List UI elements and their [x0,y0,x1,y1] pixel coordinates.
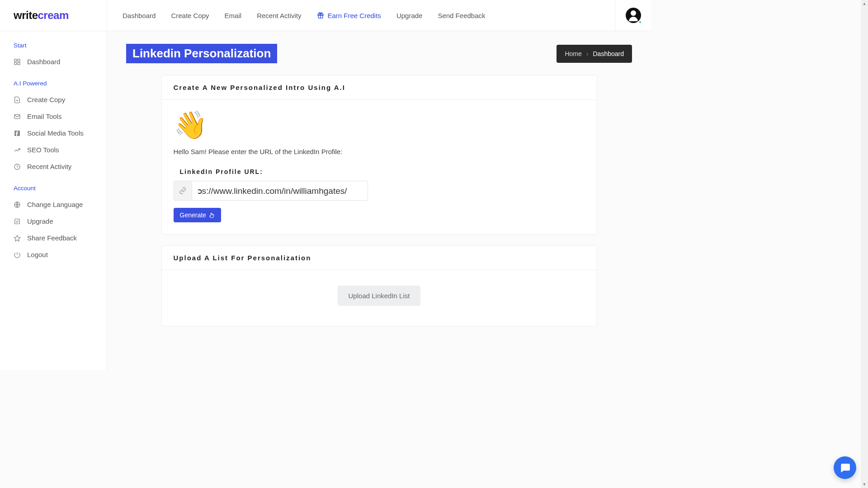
linkedin-url-input[interactable] [192,181,368,201]
trending-up-icon [14,146,21,154]
breadcrumb-home[interactable]: Home [565,50,581,57]
facebook-icon [14,130,21,137]
sidebar-item-upgrade[interactable]: Upgrade [0,213,107,230]
sidebar-item-email-tools[interactable]: Email Tools [0,108,107,125]
nav-send-feedback[interactable]: Send Feedback [438,12,485,19]
sidebar-item-logout[interactable]: Logout [0,246,107,263]
sidebar-group-account: Account [0,185,107,196]
sidebar-item-dashboard[interactable]: Dashboard [0,53,107,70]
linkedin-url-input-group [174,181,368,201]
card-header: Create A New Personalized Intro Using A.… [162,75,597,100]
logo-part1: write [14,9,38,21]
online-status-dot [638,20,642,24]
main-content: Linkedin Personalization Home › Dashboar… [107,31,651,370]
avatar-menu[interactable] [615,0,651,31]
sidebar-item-label: Change Language [27,201,83,208]
svg-rect-14 [15,219,20,224]
clock-icon [14,163,21,170]
sidebar-item-label: Social Media Tools [27,129,84,137]
sidebar-item-label: Logout [27,251,48,258]
topbar: writecream Dashboard Create Copy Email R… [0,0,651,31]
sidebar-group-ai: A.I Powered [0,80,107,91]
svg-rect-6 [18,62,20,65]
page-header: Linkedin Personalization Home › Dashboar… [126,44,632,63]
card-create-intro: Create A New Personalized Intro Using A.… [161,75,597,235]
sidebar-group-start: Start [0,42,107,53]
hello-text: Hello Sam! Please enter the URL of the L… [174,148,585,155]
file-plus-icon [14,96,21,103]
nav-dashboard[interactable]: Dashboard [123,12,156,19]
sidebar-item-label: Share Feedback [27,234,77,242]
nav-earn-credits[interactable]: Earn Free Credits [317,12,381,19]
sidebar-item-label: Email Tools [27,113,61,120]
breadcrumb: Home › Dashboard [557,45,632,63]
wave-emoji: 👋 [174,112,585,139]
nav-upgrade[interactable]: Upgrade [396,12,423,19]
sidebar-item-seo-tools[interactable]: SEO Tools [0,141,107,158]
card-header: Upload A List For Personalization [162,246,597,270]
sidebar-item-share-feedback[interactable]: Share Feedback [0,230,107,246]
gift-icon [317,12,324,19]
mail-icon [14,113,21,120]
pointer-icon [209,212,215,218]
sidebar: Start Dashboard A.I Powered Create Copy … [0,31,107,370]
sidebar-item-label: Upgrade [27,217,53,225]
star-icon [14,235,21,242]
sidebar-item-change-language[interactable]: Change Language [0,196,107,213]
sidebar-item-create-copy[interactable]: Create Copy [0,91,107,108]
field-label-linkedin-url: LinkedIn Profile URL: [174,168,585,175]
logo-part2: cream [38,9,69,21]
breadcrumb-separator: › [586,50,589,57]
nav-create-copy[interactable]: Create Copy [171,12,209,19]
generate-button-label: Generate [180,211,206,219]
logo[interactable]: writecream [0,0,107,31]
nav-email[interactable]: Email [225,12,242,19]
sidebar-item-recent-activity[interactable]: Recent Activity [0,158,107,175]
grid-icon [14,58,21,66]
svg-rect-5 [14,62,17,65]
nav-recent-activity[interactable]: Recent Activity [257,12,301,19]
page-title: Linkedin Personalization [126,44,277,63]
breadcrumb-current: Dashboard [593,50,624,57]
upload-linkedin-list-button[interactable]: Upload LinkedIn List [338,286,421,306]
sidebar-item-label: SEO Tools [27,146,59,154]
svg-rect-3 [14,59,17,61]
card-upload-list: Upload A List For Personalization Upload… [161,245,597,326]
sidebar-item-label: Dashboard [27,58,60,66]
sidebar-item-label: Recent Activity [27,163,71,170]
top-nav: Dashboard Create Copy Email Recent Activ… [107,12,615,19]
svg-marker-15 [14,235,20,241]
globe-icon [14,201,21,208]
sidebar-item-label: Create Copy [27,96,65,103]
link-icon [174,181,192,201]
generate-button[interactable]: Generate [174,208,221,222]
svg-rect-4 [18,59,20,61]
nav-earn-credits-label: Earn Free Credits [328,12,381,19]
check-square-icon [14,218,21,225]
sidebar-item-social-media-tools[interactable]: Social Media Tools [0,125,107,141]
power-icon [14,251,21,258]
